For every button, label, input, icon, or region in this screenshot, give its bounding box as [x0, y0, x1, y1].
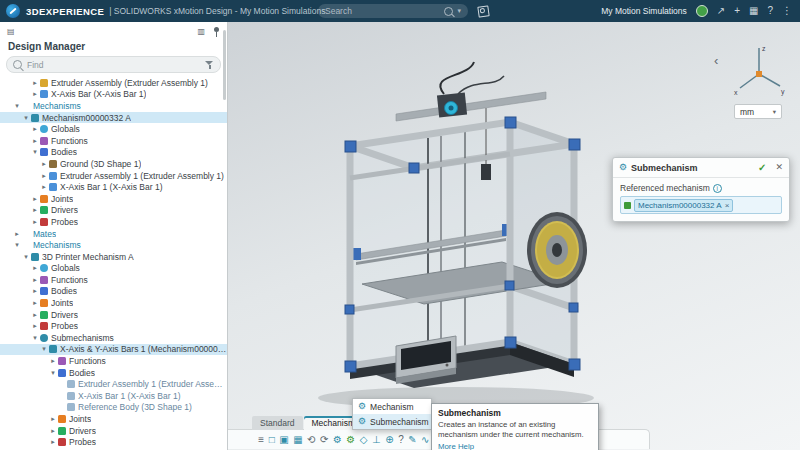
confirm-button[interactable]: ✓: [758, 163, 766, 173]
tree-item[interactable]: ▸Drivers: [0, 309, 227, 321]
chevron-right-icon[interactable]: ▸: [49, 438, 57, 446]
tree-item[interactable]: ▸Joints: [0, 297, 227, 309]
add-icon[interactable]: +: [734, 6, 740, 16]
chevron-right-icon[interactable]: ▸: [13, 230, 21, 238]
chevron-right-icon[interactable]: ▸: [31, 137, 39, 145]
tree-item[interactable]: ▸Probes: [0, 216, 227, 228]
apps-grid-icon[interactable]: ▦: [749, 6, 758, 16]
info-icon[interactable]: i: [713, 184, 722, 193]
chevron-down-icon[interactable]: ▾: [22, 253, 30, 261]
spring-icon[interactable]: ∿: [421, 435, 429, 445]
chevron-down-icon[interactable]: ▾: [457, 7, 461, 15]
3dexperience-compass-icon[interactable]: [6, 4, 20, 18]
tree-item[interactable]: X-Axis Bar 1 (X-Axis Bar 1): [0, 390, 227, 402]
menu-item-submechanism[interactable]: ⚙Submechanism: [353, 414, 431, 429]
chevron-right-icon[interactable]: ▸: [31, 276, 39, 284]
tree-item[interactable]: ▾Mechanisms: [0, 239, 227, 251]
tree-item[interactable]: ▸Joints: [0, 193, 227, 205]
pin-icon[interactable]: [212, 27, 220, 37]
close-button[interactable]: ✕: [775, 163, 783, 172]
tree-item[interactable]: ▾Submechanisms: [0, 332, 227, 344]
body-icon[interactable]: ◇: [360, 435, 368, 445]
tree-item[interactable]: ▸Functions: [0, 355, 227, 367]
tree-item[interactable]: ▸Extruder Assembly 1 (Extruder Assembly …: [0, 170, 227, 182]
units-dropdown[interactable]: mm ▾: [734, 104, 782, 119]
tree-item[interactable]: ▸Joints: [0, 413, 227, 425]
find-input[interactable]: Find: [6, 56, 221, 73]
tree-scrollbar[interactable]: [223, 30, 226, 100]
chevron-right-icon[interactable]: ▸: [31, 287, 39, 295]
chevron-right-icon[interactable]: ▸: [31, 195, 39, 203]
tree-item[interactable]: ▸Bodies: [0, 286, 227, 298]
chevron-right-icon[interactable]: ▸: [31, 311, 39, 319]
chevron-right-icon[interactable]: ▸: [31, 299, 39, 307]
chevron-down-icon[interactable]: ▾: [31, 148, 39, 156]
tree-item[interactable]: ▸Ground (3D Shape 1): [0, 158, 227, 170]
undo-icon[interactable]: ⟲: [307, 435, 315, 445]
panel-list-icon[interactable]: ▥: [197, 28, 205, 36]
tree-item[interactable]: ▸X-Axis Bar (X-Axis Bar 1): [0, 89, 227, 101]
menu-item-mechanism[interactable]: ⚙Mechanism: [353, 399, 431, 414]
tree-item[interactable]: Extruder Assembly 1 (Extruder Assembly 1…: [0, 378, 227, 390]
save-icon[interactable]: ▣: [279, 435, 288, 445]
tree-item[interactable]: ▾X-Axis & Y-Axis Bars 1 (Mechanism000003…: [0, 344, 227, 356]
chevron-down-icon[interactable]: ▾: [49, 369, 57, 377]
redo-icon[interactable]: ⟳: [320, 435, 328, 445]
tree-item[interactable]: ▸Probes: [0, 320, 227, 332]
tree-item[interactable]: ▸Globals: [0, 263, 227, 275]
help-icon[interactable]: ?: [398, 435, 404, 445]
tree-item[interactable]: ▾Mechanisms: [0, 100, 227, 112]
chevron-down-icon[interactable]: ▾: [13, 102, 21, 110]
tab-standard[interactable]: Standard: [252, 416, 303, 430]
chevron-right-icon[interactable]: ▸: [31, 125, 39, 133]
tree-item[interactable]: ▸Drivers: [0, 205, 227, 217]
ground-icon[interactable]: ⊥: [372, 435, 381, 445]
chevron-right-icon[interactable]: ▸: [31, 90, 39, 98]
chevron-right-icon[interactable]: ▸: [40, 172, 48, 180]
chevron-right-icon[interactable]: ▸: [31, 264, 39, 272]
view-triad[interactable]: z x y: [730, 40, 788, 100]
chevron-right-icon[interactable]: ▸: [40, 183, 48, 191]
tree-item[interactable]: ▾Bodies: [0, 367, 227, 379]
tree-item[interactable]: ▸Extruder Assembly (Extruder Assembly 1): [0, 77, 227, 89]
edit-icon[interactable]: ✎: [408, 435, 416, 445]
viewport-3d[interactable]: [228, 22, 800, 450]
referenced-mechanism-field[interactable]: Mechanism00000332 A ×: [620, 196, 782, 214]
tree-item[interactable]: ▸Functions: [0, 274, 227, 286]
chevron-right-icon[interactable]: ▸: [49, 427, 57, 435]
chevron-down-icon[interactable]: ▾: [40, 345, 48, 353]
more-icon[interactable]: ⋮: [782, 6, 792, 16]
submechanism-icon[interactable]: ⚙: [346, 435, 355, 445]
share-icon[interactable]: ↗: [717, 6, 725, 16]
collapse-panel-icon[interactable]: ‹: [714, 54, 718, 67]
tree-item[interactable]: ▾3D Printer Mechanism A: [0, 251, 227, 263]
chip-remove-icon[interactable]: ×: [725, 201, 730, 210]
capture-icon[interactable]: ▦: [293, 435, 302, 445]
chevron-down-icon[interactable]: ▾: [13, 241, 21, 249]
mechanism-chip[interactable]: Mechanism00000332 A ×: [634, 199, 733, 212]
tree-item[interactable]: ▸Drivers: [0, 425, 227, 437]
tag-icon[interactable]: [477, 5, 489, 17]
chevron-right-icon[interactable]: ▸: [49, 357, 57, 365]
chevron-down-icon[interactable]: ▾: [22, 114, 30, 122]
joint-icon[interactable]: ⊕: [385, 435, 393, 445]
open-icon[interactable]: □: [269, 435, 275, 445]
menu-icon[interactable]: ≡: [258, 435, 264, 445]
panel-grid-icon[interactable]: ▤: [7, 28, 15, 36]
tree-item[interactable]: ▸Mates: [0, 228, 227, 240]
filter-icon[interactable]: [205, 60, 214, 69]
mechanism-icon[interactable]: ⚙: [333, 435, 342, 445]
chevron-right-icon[interactable]: ▸: [31, 79, 39, 87]
global-search-input[interactable]: Search ▾: [318, 4, 468, 18]
chevron-right-icon[interactable]: ▸: [31, 218, 39, 226]
user-avatar[interactable]: [696, 5, 708, 17]
tree-item[interactable]: ▸Probes: [0, 436, 227, 448]
tree-item[interactable]: Reference Body (3D Shape 1): [0, 402, 227, 414]
chevron-right-icon[interactable]: ▸: [40, 160, 48, 168]
chevron-right-icon[interactable]: ▸: [31, 206, 39, 214]
tree-item[interactable]: ▾Bodies: [0, 147, 227, 159]
tree-item[interactable]: ▸Globals: [0, 123, 227, 135]
more-help-link[interactable]: More Help: [438, 442, 592, 450]
3d-printer-model[interactable]: [278, 48, 618, 418]
help-icon[interactable]: ?: [767, 6, 773, 16]
